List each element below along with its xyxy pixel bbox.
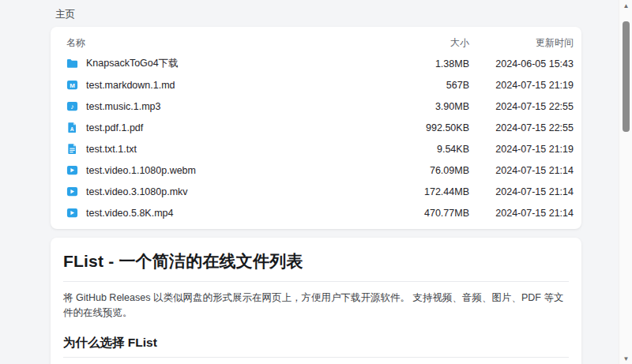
file-modified-time: 2024-07-15 21:19 [469,80,574,91]
scroll-down-arrow-icon[interactable]: ▼ [619,353,632,364]
file-modified-time: 2024-07-15 22:55 [469,122,574,133]
video-file-icon [66,207,78,219]
column-header-name: 名称 [66,36,390,50]
file-modified-time: 2024-07-15 22:55 [469,101,574,112]
file-name: test.video.1.1080p.webm [86,165,196,176]
table-row[interactable]: test.video.3.1080p.mkv 172.44MB 2024-07-… [51,181,581,202]
column-header-size: 大小 [390,36,469,50]
file-name: test.txt.1.txt [86,144,137,155]
scrollbar-thumb[interactable] [623,21,630,132]
table-row[interactable]: KnapsackToGo4下载 1.38MB 2024-06-05 15:43 [51,53,581,74]
table-row[interactable]: test.video.1.1080p.webm 76.09MB 2024-07-… [51,159,581,181]
file-modified-time: 2024-07-15 21:14 [469,186,574,197]
breadcrumb-home-link[interactable]: 主页 [55,8,75,21]
pdf-file-icon: A [66,122,78,133]
page-title: FList - 一个简洁的在线文件列表 [63,250,569,282]
video-file-icon [66,186,78,197]
file-size: 3.90MB [390,101,469,112]
text-file-icon [66,143,78,155]
file-size: 76.09MB [390,165,469,176]
music-file-icon: ♪ [66,100,78,112]
svg-text:♪: ♪ [70,103,73,111]
file-size: 1.38MB [390,58,469,69]
file-size: 9.54KB [390,144,469,155]
file-modified-time: 2024-06-05 15:43 [469,58,574,69]
column-header-modified: 更新时间 [469,36,574,50]
file-table-header: 名称 大小 更新时间 [51,32,581,53]
file-size: 172.44MB [390,186,469,197]
file-modified-time: 2024-07-15 21:14 [469,165,574,176]
file-list: KnapsackToGo4下载 1.38MB 2024-06-05 15:43 … [51,53,581,223]
file-name: test.pdf.1.pdf [86,122,143,133]
flist-page: { "colors": { "icon_blue": "#2ba3e8", "f… [0,0,632,364]
file-modified-time: 2024-07-15 21:14 [469,208,574,219]
table-row[interactable]: A test.pdf.1.pdf 992.50KB 2024-07-15 22:… [51,117,581,138]
video-file-icon [66,164,78,176]
file-name: test.markdown.1.md [86,80,175,91]
file-name: test.music.1.mp3 [86,101,160,112]
file-size: 567B [390,80,469,91]
vertical-scrollbar[interactable]: ▲ ▼ [619,0,632,364]
markdown-file-icon: M [66,79,78,91]
file-size: 992.50KB [390,122,469,133]
file-name: KnapsackToGo4下载 [86,57,179,70]
readme-card: FList - 一个简洁的在线文件列表 将 GitHub Releases 以类… [51,238,581,364]
svg-text:A: A [70,126,74,132]
file-list-card: 名称 大小 更新时间 KnapsackToGo4下载 1.38MB 2024-0… [51,27,581,229]
intro-paragraph: 将 GitHub Releases 以类似网盘的形式展示在网页上，方便用户下载开… [63,291,569,321]
table-row[interactable]: M test.markdown.1.md 567B 2024-07-15 21:… [51,74,581,96]
file-size: 470.77MB [390,208,469,219]
file-name: test.video.5.8K.mp4 [86,208,173,219]
svg-text:M: M [70,82,75,89]
file-name: test.video.3.1080p.mkv [86,186,188,197]
table-row[interactable]: test.txt.1.txt 9.54KB 2024-07-15 21:19 [51,138,581,159]
table-row[interactable]: test.video.5.8K.mp4 470.77MB 2024-07-15 … [51,202,581,223]
table-row[interactable]: ♪ test.music.1.mp3 3.90MB 2024-07-15 22:… [51,96,581,117]
content-area: 主页 名称 大小 更新时间 KnapsackToGo4下载 1.38MB 202… [0,8,632,364]
file-modified-time: 2024-07-15 21:19 [469,144,574,155]
folder-icon [66,58,78,69]
scroll-up-arrow-icon[interactable]: ▲ [619,0,632,11]
section-title-why-flist: 为什么选择 FList [63,335,569,358]
